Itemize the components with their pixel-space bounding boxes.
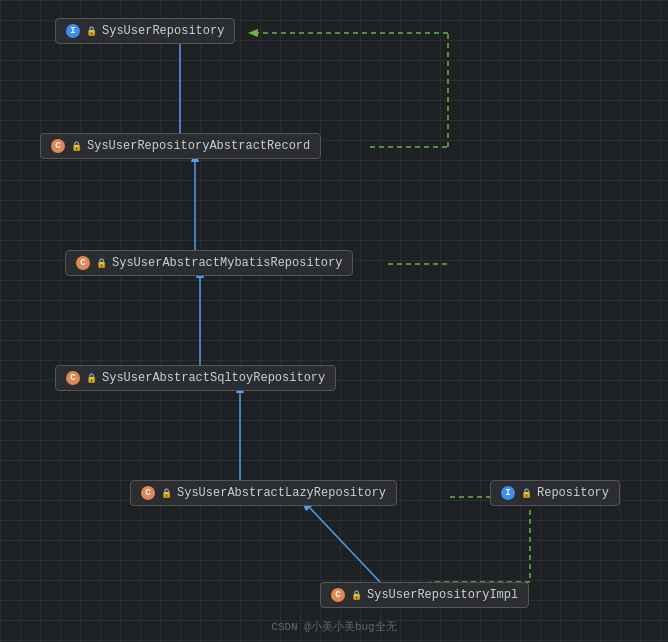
lock-icon: 🔒 bbox=[521, 488, 531, 498]
node-label: SysUserRepository bbox=[102, 24, 224, 38]
node-sys-user-abstract-sqltoy-repository[interactable]: C 🔒 SysUserAbstractSqltoyRepository bbox=[55, 365, 336, 391]
lock-icon: 🔒 bbox=[96, 258, 106, 268]
node-sys-user-repository[interactable]: I 🔒 SysUserRepository bbox=[55, 18, 235, 44]
class-icon: C bbox=[66, 371, 80, 385]
node-repository[interactable]: I 🔒 Repository bbox=[490, 480, 620, 506]
interface-icon: I bbox=[501, 486, 515, 500]
lock-icon: 🔒 bbox=[351, 590, 361, 600]
node-label: SysUserRepositoryImpl bbox=[367, 588, 518, 602]
node-label: SysUserAbstractLazyRepository bbox=[177, 486, 386, 500]
lock-icon: 🔒 bbox=[86, 26, 96, 36]
arrows-layer bbox=[0, 0, 668, 642]
class-icon: C bbox=[141, 486, 155, 500]
interface-icon: I bbox=[66, 24, 80, 38]
node-label: SysUserRepositoryAbstractRecord bbox=[87, 139, 310, 153]
class-icon: C bbox=[331, 588, 345, 602]
svg-line-16 bbox=[310, 508, 380, 582]
watermark: CSDN @小美小美bug全无 bbox=[271, 619, 396, 634]
node-sys-user-repository-impl[interactable]: C 🔒 SysUserRepositoryImpl bbox=[320, 582, 529, 608]
node-label: SysUserAbstractMybatisRepository bbox=[112, 256, 342, 270]
lock-icon: 🔒 bbox=[86, 373, 96, 383]
class-icon: C bbox=[76, 256, 90, 270]
svg-marker-3 bbox=[248, 29, 258, 37]
class-icon: C bbox=[51, 139, 65, 153]
lock-icon: 🔒 bbox=[161, 488, 171, 498]
node-sys-user-abstract-mybatis-repository[interactable]: C 🔒 SysUserAbstractMybatisRepository bbox=[65, 250, 353, 276]
node-label: SysUserAbstractSqltoyRepository bbox=[102, 371, 325, 385]
lock-icon: 🔒 bbox=[71, 141, 81, 151]
node-label: Repository bbox=[537, 486, 609, 500]
node-sys-user-repository-abstract-record[interactable]: C 🔒 SysUserRepositoryAbstractRecord bbox=[40, 133, 321, 159]
node-sys-user-abstract-lazy-repository[interactable]: C 🔒 SysUserAbstractLazyRepository bbox=[130, 480, 397, 506]
